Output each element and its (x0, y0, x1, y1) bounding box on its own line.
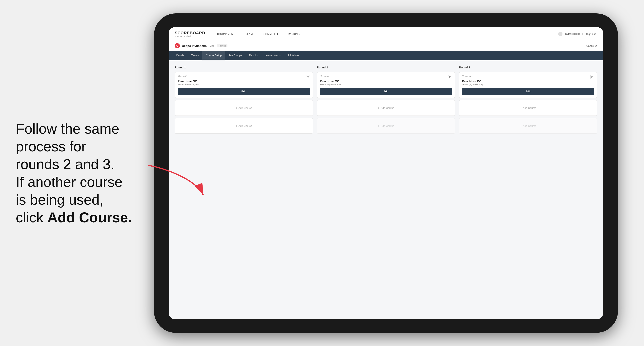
course-card-header-3: (Course A) ⊟ (462, 75, 594, 79)
nav-tournaments[interactable]: TOURNAMENTS (215, 32, 238, 36)
course-details: Yellow (M) (6629 yds) (178, 83, 310, 86)
instruction-line6-prefix: click (16, 209, 48, 225)
add-course-label-3: Add Course (523, 106, 536, 109)
left-instruction: Follow the same process for rounds 2 and… (0, 108, 150, 238)
tab-printables[interactable]: Printables (284, 51, 303, 60)
sub-header: C Clippd Invitational (Men) Hosting Canc… (169, 41, 603, 51)
plus-icon-3: + (378, 106, 380, 110)
tab-results[interactable]: Results (246, 51, 261, 60)
course-3-delete-button[interactable]: ⊟ (590, 75, 594, 79)
nav-separator: | (582, 32, 582, 35)
round-2-course-card: (Course A) ⊟ Peachtree GC Yellow (M) (66… (317, 72, 455, 98)
round-2-add-course-2[interactable]: + Add Course (317, 118, 455, 134)
course-name-3: Peachtree GC (462, 79, 594, 83)
tournament-gender: (Men) (209, 44, 216, 47)
course-name: Peachtree GC (178, 79, 310, 83)
instruction-line3: rounds 2 and 3. (16, 156, 114, 172)
course-tag: (Course A) (178, 75, 187, 77)
tab-teams[interactable]: Teams (188, 51, 202, 60)
tab-bar: Details Teams Course Setup Tee Groups Re… (169, 51, 603, 60)
plus-icon-4: + (378, 124, 380, 128)
tab-leaderboards[interactable]: Leaderboards (261, 51, 284, 60)
tab-tee-groups[interactable]: Tee Groups (225, 51, 246, 60)
round-1-add-course-1[interactable]: + Add Course (175, 100, 313, 116)
instruction-line2: process for (16, 139, 86, 154)
plus-icon-2: + (236, 124, 237, 128)
course-details-2: Yellow (M) (6629 yds) (320, 83, 452, 86)
round-1-course-card: (Course A) ⊟ Peachtree GC Yellow (M) (66… (175, 72, 313, 98)
main-content: Round 1 (Course A) ⊟ Peachtree GC Yellow… (169, 60, 603, 319)
nav-right-area: blair@clippd.io | Sign out (558, 32, 597, 36)
plus-icon-6: + (520, 124, 522, 128)
nav-committee[interactable]: COMMITTEE (262, 32, 280, 36)
tournament-name: Clippd Invitational (182, 44, 208, 47)
add-course-2-label-2: Add Course (381, 124, 394, 127)
scoreboard-logo: SCOREBOARD (175, 31, 205, 35)
tab-course-setup[interactable]: Course Setup (202, 51, 225, 60)
plus-icon: + (236, 106, 237, 110)
logo-letter: C (176, 44, 178, 47)
course-delete-button[interactable]: ⊟ (306, 75, 310, 79)
round-3-add-course-2[interactable]: + Add Course (459, 118, 597, 134)
top-navigation: SCOREBOARD Powered by clippd TOURNAMENTS… (169, 27, 603, 41)
course-card-header: (Course A) ⊟ (178, 75, 310, 79)
round-3-add-course-1[interactable]: + Add Course (459, 100, 597, 116)
user-email: blair@clippd.io (564, 32, 580, 35)
page-wrapper: Follow the same process for rounds 2 and… (0, 0, 644, 346)
logo-area: SCOREBOARD Powered by clippd (175, 31, 205, 37)
round-3-course-card: (Course A) ⊟ Peachtree GC Yellow (M) (66… (459, 72, 597, 98)
course-name-2: Peachtree GC (320, 79, 452, 83)
add-course-label: Add Course (238, 106, 252, 109)
add-course-2-label: Add Course (238, 124, 252, 127)
round-1-label: Round 1 (175, 66, 313, 69)
add-course-label-2: Add Course (381, 106, 394, 109)
add-course-2-label-3: Add Course (523, 124, 536, 127)
logo-subtitle: Powered by clippd (175, 35, 205, 37)
plus-icon-5: + (520, 106, 522, 110)
hosting-badge: Hosting (217, 44, 228, 47)
round-2-column: Round 2 (Course A) ⊟ Peachtree GC Yellow… (317, 66, 455, 134)
round-2-label: Round 2 (317, 66, 455, 69)
nav-teams[interactable]: TEAMS (244, 32, 256, 36)
tab-details[interactable]: Details (173, 51, 188, 60)
course-card-header-2: (Course A) ⊟ (320, 75, 452, 79)
cancel-button[interactable]: Cancel ✕ (586, 44, 597, 47)
instruction-line5: is being used, (16, 192, 104, 208)
instruction-line6-bold: Add Course. (48, 209, 132, 225)
course-details-3: Yellow (M) (6629 yds) (462, 83, 594, 86)
sign-out-link[interactable]: Sign out (584, 32, 597, 36)
round-1-column: Round 1 (Course A) ⊟ Peachtree GC Yellow… (175, 66, 313, 134)
rounds-grid: Round 1 (Course A) ⊟ Peachtree GC Yellow… (175, 66, 597, 134)
user-avatar (558, 32, 562, 36)
tablet-device: SCOREBOARD Powered by clippd TOURNAMENTS… (154, 13, 618, 333)
round-1-add-course-2[interactable]: + Add Course (175, 118, 313, 134)
course-2-delete-button[interactable]: ⊟ (448, 75, 452, 79)
round-2-add-course-1[interactable]: + Add Course (317, 100, 455, 116)
clippd-logo: C (175, 43, 180, 48)
nav-rankings[interactable]: RANKINGS (286, 32, 303, 36)
instruction-line4: If another course (16, 174, 122, 190)
round-3-column: Round 3 (Course A) ⊟ Peachtree GC Yellow… (459, 66, 597, 134)
course-tag-2: (Course A) (320, 75, 329, 77)
round-2-edit-button[interactable]: Edit (320, 88, 452, 95)
round-3-edit-button[interactable]: Edit (462, 88, 594, 95)
round-3-label: Round 3 (459, 66, 597, 69)
tablet-screen: SCOREBOARD Powered by clippd TOURNAMENTS… (169, 27, 603, 319)
round-1-edit-button[interactable]: Edit (178, 88, 310, 95)
instruction-line1: Follow the same (16, 121, 119, 137)
course-tag-3: (Course A) (462, 75, 472, 77)
